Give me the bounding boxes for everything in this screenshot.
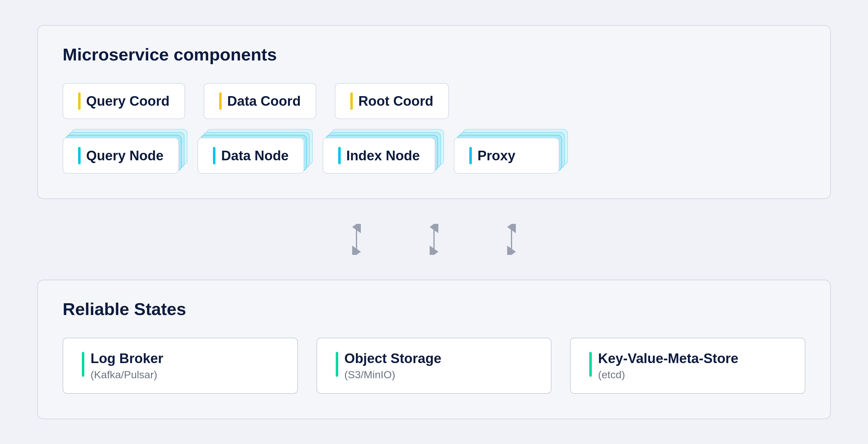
- log-broker-card: Log Broker (Kafka/Pulsar): [63, 338, 298, 394]
- proxy-accent: [469, 147, 472, 164]
- data-node-label: Data Node: [221, 148, 289, 164]
- kv-meta-accent: [589, 352, 592, 377]
- microservice-section: Microservice components Query Coord Data…: [37, 25, 831, 199]
- query-node-label: Query Node: [86, 148, 163, 164]
- kv-meta-label: Key-Value-Meta-Store: [598, 351, 738, 366]
- arrow-3: [504, 224, 519, 255]
- query-node-card: Query Node: [63, 138, 179, 174]
- arrows-row: [37, 218, 831, 261]
- index-node-accent: [338, 147, 341, 164]
- root-coord-label: Root Coord: [359, 93, 433, 109]
- data-coord-accent: [219, 92, 222, 110]
- kv-meta-sub: (etcd): [598, 369, 738, 381]
- log-broker-sub: (Kafka/Pulsar): [91, 369, 163, 381]
- object-storage-label: Object Storage: [344, 351, 441, 366]
- log-broker-accent: [82, 352, 84, 377]
- object-storage-content: Object Storage (S3/MinIO): [344, 351, 441, 381]
- data-coord-card: Data Coord: [204, 83, 316, 119]
- object-storage-card: Object Storage (S3/MinIO): [316, 338, 552, 394]
- query-node-stack: Query Node: [63, 138, 179, 174]
- proxy-stack: Proxy: [454, 138, 559, 174]
- microservice-title: Microservice components: [63, 45, 805, 64]
- root-coord-accent: [350, 92, 353, 110]
- index-node-card: Index Node: [323, 138, 435, 174]
- index-node-stack: Index Node: [323, 138, 435, 174]
- arrow-1: [349, 224, 364, 255]
- data-node-stack: Data Node: [197, 138, 304, 174]
- query-coord-label: Query Coord: [86, 93, 169, 109]
- data-node-accent: [213, 147, 215, 164]
- data-coord-label: Data Coord: [227, 93, 301, 109]
- query-node-accent: [78, 147, 81, 164]
- kv-meta-card: Key-Value-Meta-Store (etcd): [570, 338, 805, 394]
- data-node-card: Data Node: [197, 138, 304, 174]
- query-coord-card: Query Coord: [63, 83, 185, 119]
- proxy-label: Proxy: [477, 148, 515, 164]
- main-container: Microservice components Query Coord Data…: [37, 25, 831, 419]
- reliable-section: Reliable States Log Broker (Kafka/Pulsar…: [37, 280, 831, 419]
- query-coord-accent: [78, 92, 81, 110]
- proxy-card: Proxy: [454, 138, 559, 174]
- arrow-2: [426, 224, 442, 255]
- object-storage-accent: [336, 352, 338, 377]
- coord-row: Query Coord Data Coord Root Coord: [63, 83, 805, 119]
- object-storage-sub: (S3/MinIO): [344, 369, 441, 381]
- reliable-row: Log Broker (Kafka/Pulsar) Object Storage…: [63, 338, 805, 394]
- node-row: Query Node Data Node Ind: [63, 138, 805, 174]
- log-broker-label: Log Broker: [91, 351, 163, 366]
- kv-meta-content: Key-Value-Meta-Store (etcd): [598, 351, 738, 381]
- index-node-label: Index Node: [346, 148, 420, 164]
- reliable-title: Reliable States: [63, 299, 805, 319]
- log-broker-content: Log Broker (Kafka/Pulsar): [91, 351, 163, 381]
- root-coord-card: Root Coord: [335, 83, 449, 119]
